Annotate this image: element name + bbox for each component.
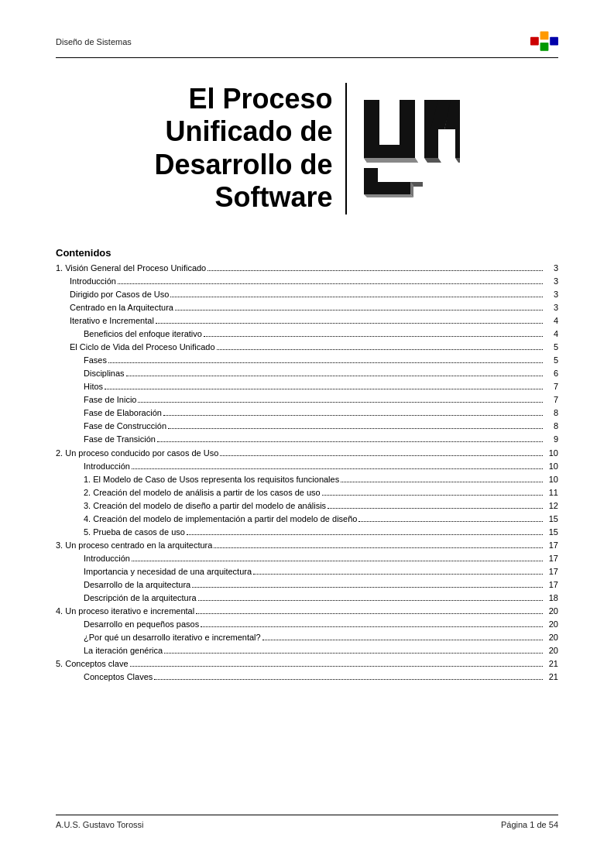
- toc-entry: Fase de Construcción8: [56, 420, 558, 433]
- toc-entry-label: Disciplinas: [56, 367, 125, 380]
- toc-heading: Contenidos: [56, 247, 558, 259]
- toc-entry-label: Conceptos Claves: [56, 671, 153, 684]
- toc-entry-label: 1. El Modelo de Caso de Usos representa …: [56, 473, 339, 486]
- toc-entry: Introducción17: [56, 552, 558, 565]
- toc-entry-page: 9: [544, 433, 558, 446]
- toc-entry-label: 5. Conceptos clave: [56, 657, 129, 671]
- toc-entry-label: La iteración genérica: [56, 644, 163, 657]
- toc-entry-page: 6: [544, 367, 558, 380]
- toc-entry-label: 4. Un proceso iterativo e incremental: [56, 605, 194, 618]
- toc-entries-container: 1. Visión General del Proceso Unificado3…: [56, 262, 558, 684]
- header-title: Diseño de Sistemas: [56, 37, 132, 46]
- toc-entry-page: 3: [544, 301, 558, 314]
- toc-entry: 4. Un proceso iterativo e incremental20: [56, 605, 558, 618]
- toc-entry-label: ¿Por qué un desarrollo iterativo e incre…: [56, 631, 261, 644]
- toc-entry: Fase de Elaboración8: [56, 407, 558, 420]
- toc-entry-dots: [118, 283, 543, 284]
- toc-entry: Centrado en la Arquitectura3: [56, 301, 558, 314]
- toc-entry-dots: [130, 666, 543, 667]
- toc-entry: Fases5: [56, 354, 558, 367]
- toc-entry-label: 2. Creación del modelo de análisis a par…: [56, 486, 321, 499]
- toc-entry-label: Fase de Elaboración: [56, 407, 162, 420]
- toc-entry: Fase de Transición9: [56, 433, 558, 446]
- toc-entry-page: 3: [544, 288, 558, 301]
- page-header: Diseño de Sistemas: [56, 31, 558, 58]
- toc-entry-dots: [105, 389, 543, 389]
- toc-entry-dots: [204, 336, 543, 337]
- svg-marker-29: [364, 158, 418, 163]
- toc-entry-page: 18: [544, 592, 558, 605]
- toc-entry-dots: [132, 468, 543, 469]
- toc-entry-dots: [220, 455, 543, 456]
- toc-entry: 3. Creación del modelo de diseño a parti…: [56, 499, 558, 513]
- toc-entry-page: 17: [544, 578, 558, 592]
- toc-entry-page: 3: [544, 275, 558, 288]
- toc-entry-dots: [208, 270, 543, 271]
- toc-entry-label: 2. Un proceso conducido por casos de Uso: [56, 447, 218, 460]
- toc-entry-label: Fase de Inicio: [56, 393, 136, 407]
- toc-entry: 5. Conceptos clave21: [56, 657, 558, 671]
- document-title: El Proceso Unificado de Desarrollo de So…: [154, 83, 346, 214]
- toc-entry-label: Introducción: [56, 460, 130, 473]
- toc-entry: 4. Creación del modelo de implementación…: [56, 513, 558, 526]
- toc-entry-label: 3. Un proceso centrado en la arquitectur…: [56, 539, 212, 552]
- toc-entry: 1. El Modelo de Caso de Usos representa …: [56, 473, 558, 486]
- toc-entry-page: 21: [544, 671, 558, 684]
- toc-entry-page: 20: [544, 605, 558, 618]
- toc-entry-label: Introducción: [56, 552, 130, 565]
- toc-entry-label: Descripción de la arquitectura: [56, 592, 197, 605]
- footer-page: Página 1 de 54: [501, 820, 558, 829]
- toc-entry-label: Fase de Transición: [56, 433, 156, 446]
- toc-entry: Importancia y necesidad de una arquitect…: [56, 565, 558, 578]
- toc-entry-dots: [341, 482, 543, 482]
- header-uml-icon: [530, 31, 558, 53]
- toc-entry-label: 4. Creación del modelo de implementación…: [56, 513, 357, 526]
- toc-entry: Desarrollo en pequeños pasos20: [56, 618, 558, 631]
- toc-entry-dots: [170, 297, 543, 297]
- toc-entry: El Ciclo de Vida del Proceso Unificado5: [56, 341, 558, 354]
- toc-entry-dots: [164, 653, 543, 654]
- toc-entry-label: 1. Visión General del Proceso Unificado: [56, 262, 206, 275]
- toc-entry-dots: [192, 587, 543, 588]
- svg-rect-37: [364, 182, 410, 194]
- toc-entry-page: 4: [544, 328, 558, 341]
- toc-entry-page: 17: [544, 565, 558, 578]
- toc-entry: Desarrollo de la arquitectura17: [56, 578, 558, 592]
- toc-entry-page: 4: [544, 314, 558, 328]
- toc-entry: Introducción3: [56, 275, 558, 288]
- svg-rect-2: [540, 43, 549, 51]
- toc-entry-dots: [108, 362, 543, 363]
- toc-entry-page: 7: [544, 393, 558, 407]
- toc-entry-page: 20: [544, 631, 558, 644]
- toc-entry-dots: [168, 428, 543, 429]
- toc-entry-page: 8: [544, 407, 558, 420]
- table-of-contents: Contenidos 1. Visión General del Proceso…: [56, 247, 558, 801]
- toc-entry: Descripción de la arquitectura18: [56, 592, 558, 605]
- toc-entry-page: 15: [544, 513, 558, 526]
- toc-entry: Disciplinas6: [56, 367, 558, 380]
- toc-entry: 2. Un proceso conducido por casos de Uso…: [56, 447, 558, 460]
- toc-entry-label: Introducción: [56, 275, 116, 288]
- toc-entry-dots: [198, 600, 543, 601]
- toc-entry: Dirigido por Casos de Uso3: [56, 288, 558, 301]
- svg-marker-38: [364, 194, 413, 197]
- toc-entry-label: El Ciclo de Vida del Proceso Unificado: [56, 341, 215, 354]
- toc-entry-dots: [154, 679, 543, 680]
- uml-logo-svg: [359, 97, 460, 197]
- toc-entry-dots: [217, 349, 543, 350]
- toc-entry-dots: [132, 561, 543, 561]
- toc-entry: Beneficios del enfoque iterativo4: [56, 328, 558, 341]
- page-footer: A.U.S. Gustavo Torossi Página 1 de 54: [56, 815, 558, 829]
- toc-entry-dots: [187, 534, 543, 535]
- toc-entry-label: Fase de Construcción: [56, 420, 166, 433]
- toc-entry: Conceptos Claves21: [56, 671, 558, 684]
- toc-entry-dots: [214, 547, 543, 548]
- toc-entry-dots: [253, 574, 543, 575]
- toc-entry: Hitos7: [56, 380, 558, 393]
- svg-rect-3: [550, 37, 558, 46]
- toc-entry-page: 20: [544, 618, 558, 631]
- toc-entry-dots: [157, 441, 543, 442]
- svg-rect-26: [364, 145, 415, 158]
- toc-entry-dots: [322, 495, 543, 496]
- toc-entry-page: 17: [544, 552, 558, 565]
